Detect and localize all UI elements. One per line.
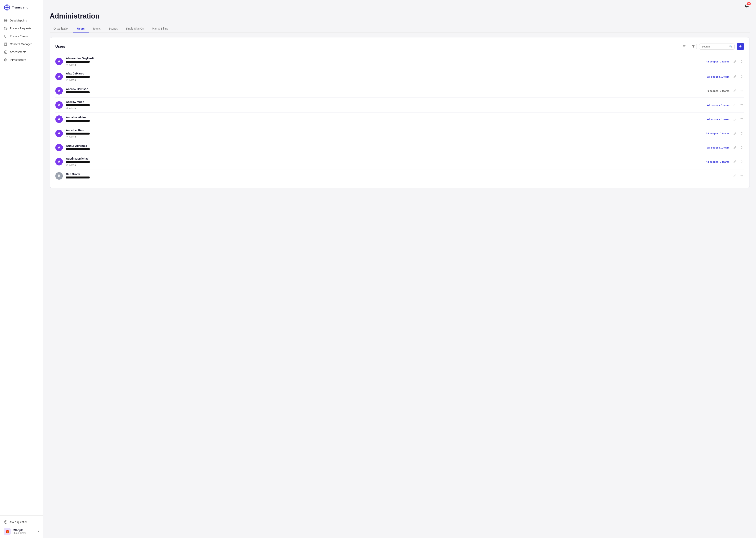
user-role-label: Admin xyxy=(66,63,695,66)
scopes-teams-label[interactable]: All scopes, 1 team xyxy=(698,75,730,78)
user-details: Austin McMichael Admin xyxy=(66,157,695,166)
row-actions xyxy=(732,174,744,178)
search-input[interactable] xyxy=(699,43,734,50)
user-row-name: Ben Brook xyxy=(66,173,695,176)
user-row-name: Arthur Abrantes xyxy=(66,144,695,147)
ask-question-link[interactable]: Ask a question xyxy=(4,519,39,525)
table-row: A Annelise Rice Admin All scopes, 0 team… xyxy=(55,126,744,141)
tab-users[interactable]: Users xyxy=(73,25,89,32)
logo[interactable]: Transcend xyxy=(0,0,43,15)
sidebar-navigation: Data Mapping Privacy Requests Privacy Ce… xyxy=(0,15,43,515)
scopes-teams-label[interactable]: All scopes, 1 team xyxy=(698,104,730,107)
edit-button[interactable] xyxy=(732,74,737,79)
row-actions xyxy=(732,103,744,107)
clipboard-icon xyxy=(4,50,8,54)
sidebar-item-infrastructure[interactable]: Infrastructure xyxy=(0,56,43,64)
notification-badge: 22 xyxy=(747,2,751,5)
table-row: A Alessandro Gagliardi Admin All scopes,… xyxy=(55,54,744,69)
tab-teams[interactable]: Teams xyxy=(89,25,105,32)
topbar: 22 xyxy=(43,0,756,12)
edit-button[interactable] xyxy=(732,174,737,178)
delete-button[interactable] xyxy=(739,74,744,79)
user-role-label: Admin xyxy=(66,107,695,110)
scopes-teams-label[interactable]: All scopes, 0 teams xyxy=(698,132,730,135)
scopes-teams-label[interactable]: All scopes, 0 teams xyxy=(698,160,730,163)
svg-point-10 xyxy=(6,523,6,523)
svg-rect-5 xyxy=(4,35,7,37)
tab-organization[interactable]: Organization xyxy=(50,25,73,32)
sidebar-item-assessments[interactable]: Assessments xyxy=(0,48,43,56)
edit-icon xyxy=(733,118,736,121)
user-email-bar xyxy=(66,161,90,163)
scopes-teams-label[interactable]: All scopes, 1 team xyxy=(698,146,730,149)
scopes-teams-label[interactable]: 0 scopes, 0 teams xyxy=(698,89,730,92)
edit-button[interactable] xyxy=(732,59,737,64)
user-email-bar xyxy=(66,148,90,150)
user-sub: Shaun Lichti xyxy=(13,532,36,534)
table-row: A Alex DeMarco Admin All scopes, 1 team xyxy=(55,69,744,84)
user-role-label: Admin xyxy=(66,164,695,166)
user-email-bar xyxy=(66,61,90,63)
scopes-teams-label[interactable]: All scopes, 0 teams xyxy=(698,60,730,63)
filter-button[interactable] xyxy=(690,44,697,49)
user-section[interactable]: 🎁 eShopIt Shaun Lichti ▾ xyxy=(4,528,39,535)
tab-billing[interactable]: Plan & Billing xyxy=(148,25,172,32)
edit-icon xyxy=(733,132,736,135)
tabs: Organization Users Teams Scopes Single S… xyxy=(50,25,750,32)
user-row-name: Austin McMichael xyxy=(66,157,695,160)
sidebar-item-label: Assessments xyxy=(10,50,26,54)
trash-icon xyxy=(740,118,743,121)
tab-sso[interactable]: Single Sign On xyxy=(122,25,148,32)
content-area: Administration Organization Users Teams … xyxy=(43,12,756,538)
user-details: Annalisa Alden xyxy=(66,116,695,123)
edit-icon xyxy=(733,103,736,107)
delete-button[interactable] xyxy=(739,174,744,178)
edit-button[interactable] xyxy=(732,131,737,136)
edit-button[interactable] xyxy=(732,88,737,93)
edit-icon xyxy=(733,75,736,78)
avatar: A xyxy=(55,158,63,166)
edit-icon xyxy=(733,146,736,149)
user-row-name: Annalisa Alden xyxy=(66,116,695,119)
user-row-name: Alessandro Gagliardi xyxy=(66,57,695,60)
delete-button[interactable] xyxy=(739,131,744,136)
sidebar-item-consent-manager[interactable]: Consent Manager xyxy=(0,40,43,48)
edit-icon xyxy=(733,160,736,163)
sort-icon xyxy=(683,45,686,48)
delete-button[interactable] xyxy=(739,117,744,122)
avatar: A xyxy=(55,87,63,94)
table-row: A Annalisa Alden All scopes, 1 team xyxy=(55,113,744,126)
sidebar-item-data-mapping[interactable]: Data Mapping xyxy=(0,17,43,25)
row-actions xyxy=(732,88,744,93)
delete-button[interactable] xyxy=(739,145,744,150)
question-circle-icon xyxy=(4,520,8,524)
row-actions xyxy=(732,59,744,64)
delete-button[interactable] xyxy=(739,88,744,93)
sidebar-item-label: Privacy Requests xyxy=(10,27,31,30)
edit-button[interactable] xyxy=(732,103,737,107)
delete-button[interactable] xyxy=(739,103,744,107)
edit-icon xyxy=(733,174,736,178)
edit-button[interactable] xyxy=(732,159,737,164)
delete-button[interactable] xyxy=(739,59,744,64)
delete-button[interactable] xyxy=(739,159,744,164)
user-details: Arthur Abrantes xyxy=(66,144,695,151)
chat-icon xyxy=(4,27,8,30)
add-user-button[interactable]: + xyxy=(737,43,744,50)
tab-scopes[interactable]: Scopes xyxy=(105,25,122,32)
search-input-wrap: 🔍 xyxy=(699,43,734,50)
sidebar-item-label: Privacy Center xyxy=(10,35,28,38)
users-panel-title: Users xyxy=(55,44,680,49)
sidebar-item-privacy-requests[interactable]: Privacy Requests xyxy=(0,25,43,32)
sort-button[interactable] xyxy=(683,45,686,48)
scopes-teams-label[interactable]: All scopes, 1 team xyxy=(698,118,730,121)
notification-button[interactable]: 22 xyxy=(744,3,750,9)
user-details: Alessandro Gagliardi Admin xyxy=(66,57,695,66)
avatar: A xyxy=(55,144,63,151)
edit-button[interactable] xyxy=(732,117,737,122)
sidebar-item-privacy-center[interactable]: Privacy Center xyxy=(0,32,43,40)
edit-button[interactable] xyxy=(732,145,737,150)
user-email-bar xyxy=(66,76,90,78)
sidebar: Transcend Data Mapping Privacy Requests … xyxy=(0,0,43,538)
user-email-bar xyxy=(66,120,90,122)
